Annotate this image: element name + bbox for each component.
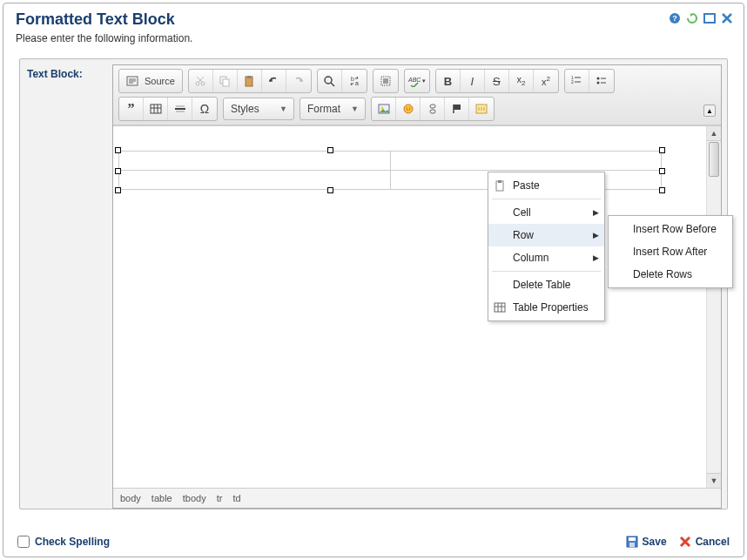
replace-button[interactable]: ba bbox=[342, 70, 367, 92]
bullet-list-button[interactable] bbox=[589, 70, 614, 92]
svg-rect-28 bbox=[629, 537, 636, 541]
toolbar-group-clipboard bbox=[188, 69, 312, 93]
spellcheck-button[interactable]: ABC▾ bbox=[405, 70, 429, 92]
paste-button[interactable] bbox=[238, 70, 262, 92]
toolbar-group-selall bbox=[373, 69, 399, 93]
image-button[interactable] bbox=[372, 98, 396, 120]
hr-button[interactable] bbox=[168, 98, 192, 120]
context-menu-paste[interactable]: Paste bbox=[488, 174, 604, 197]
toolbar-group-find: ba bbox=[317, 69, 367, 93]
redo-button[interactable] bbox=[286, 70, 311, 92]
svg-rect-19 bbox=[151, 105, 161, 113]
selection-handle[interactable] bbox=[659, 147, 665, 153]
selection-handle[interactable] bbox=[659, 168, 665, 174]
scrollbar[interactable]: ▲ ▼ bbox=[706, 126, 721, 488]
submenu-insert-row-before[interactable]: Insert Row Before bbox=[609, 218, 732, 240]
context-submenu-row: Insert Row Before Insert Row After Delet… bbox=[608, 215, 733, 288]
svg-rect-32 bbox=[495, 303, 505, 312]
superscript-button[interactable]: x2 bbox=[534, 70, 558, 92]
numbered-list-button[interactable]: 12 bbox=[565, 70, 589, 92]
dialog-header: Formatted Text Block Please enter the fo… bbox=[3, 3, 744, 50]
link-button[interactable] bbox=[396, 98, 421, 120]
copy-button[interactable] bbox=[213, 70, 238, 92]
paste-icon bbox=[493, 179, 507, 192]
menu-separator bbox=[492, 271, 601, 272]
close-icon[interactable] bbox=[721, 12, 733, 24]
toolbar-group-list: 12 bbox=[564, 69, 615, 93]
anchor-button[interactable] bbox=[445, 98, 469, 120]
scroll-up-icon[interactable]: ▲ bbox=[707, 126, 721, 141]
bold-button[interactable]: B bbox=[436, 70, 461, 92]
svg-rect-2 bbox=[704, 14, 715, 23]
subscript-button[interactable]: x2 bbox=[509, 70, 534, 92]
toolbar-group-format: B I S x2 x2 bbox=[435, 69, 559, 93]
find-button[interactable] bbox=[318, 70, 342, 92]
toolbar-group-objects bbox=[371, 97, 495, 121]
selection-handle[interactable] bbox=[659, 187, 665, 193]
dialog-footer: Check Spelling Save Cancel bbox=[3, 527, 744, 557]
svg-rect-31 bbox=[498, 180, 501, 183]
elements-path-table[interactable]: table bbox=[151, 493, 172, 503]
help-icon[interactable]: ? bbox=[669, 12, 681, 24]
scroll-down-icon[interactable]: ▼ bbox=[707, 473, 721, 488]
context-menu-delete-table[interactable]: Delete Table bbox=[488, 273, 604, 296]
context-menu-cell[interactable]: Cell ▶ bbox=[488, 201, 604, 224]
table-cell[interactable] bbox=[390, 152, 662, 171]
select-all-button[interactable] bbox=[374, 70, 398, 92]
check-spelling-input[interactable] bbox=[17, 536, 30, 548]
cut-button[interactable] bbox=[189, 70, 213, 92]
cancel-button[interactable]: Cancel bbox=[679, 536, 730, 548]
submenu-delete-rows[interactable]: Delete Rows bbox=[609, 263, 732, 286]
selection-handle[interactable] bbox=[115, 168, 121, 174]
table-cell[interactable] bbox=[119, 152, 391, 171]
check-spelling-checkbox[interactable]: Check Spelling bbox=[17, 536, 110, 548]
submenu-delete-rows-label: Delete Rows bbox=[633, 268, 692, 280]
toolbar-group-spell: ABC▾ bbox=[404, 69, 430, 93]
context-menu-cell-label: Cell bbox=[513, 206, 531, 219]
toolbar-group-insert: ” Ω bbox=[118, 97, 218, 121]
context-menu-table-properties[interactable]: Table Properties bbox=[488, 296, 604, 319]
embed-button[interactable] bbox=[469, 98, 494, 120]
selection-handle[interactable] bbox=[327, 147, 333, 153]
submenu-insert-row-after[interactable]: Insert Row After bbox=[609, 240, 732, 263]
save-button[interactable]: Save bbox=[626, 536, 667, 548]
refresh-icon[interactable] bbox=[686, 12, 698, 24]
editor-toolbar: Source bbox=[113, 65, 721, 125]
footer-actions: Save Cancel bbox=[626, 536, 730, 548]
selection-handle[interactable] bbox=[115, 147, 121, 153]
maximize-icon[interactable] bbox=[703, 12, 716, 24]
unlink-button[interactable] bbox=[421, 98, 445, 120]
source-button[interactable]: Source bbox=[119, 70, 182, 92]
svg-text:ABC: ABC bbox=[407, 77, 421, 83]
svg-point-5 bbox=[201, 82, 205, 85]
svg-text:a: a bbox=[355, 80, 359, 86]
svg-text:?: ? bbox=[672, 14, 677, 23]
special-char-button[interactable]: Ω bbox=[192, 98, 217, 120]
strike-button[interactable]: S bbox=[485, 70, 509, 92]
editor-content-area[interactable]: ▲ ▼ bbox=[113, 125, 721, 489]
elements-path-body[interactable]: body bbox=[120, 493, 141, 503]
collapse-toolbar-button[interactable]: ▲ bbox=[703, 105, 716, 117]
cancel-icon bbox=[679, 536, 691, 548]
elements-path-tbody[interactable]: tbody bbox=[183, 493, 206, 503]
scroll-thumb[interactable] bbox=[709, 142, 719, 177]
styles-combo[interactable]: Styles ▼ bbox=[223, 98, 294, 120]
format-combo[interactable]: Format ▼ bbox=[299, 98, 366, 120]
table-button[interactable] bbox=[144, 98, 168, 120]
context-menu: Paste Cell ▶ Row ▶ Column ▶ Delete Table… bbox=[488, 172, 605, 321]
context-menu-row[interactable]: Row ▶ bbox=[488, 224, 604, 246]
svg-point-10 bbox=[325, 77, 332, 84]
undo-button[interactable] bbox=[262, 70, 286, 92]
check-spelling-label: Check Spelling bbox=[35, 536, 110, 548]
toolbar-row-2: ” Ω Styles ▼ Format ▼ bbox=[118, 97, 716, 121]
elements-path-td[interactable]: td bbox=[232, 493, 240, 503]
table-cell[interactable] bbox=[119, 171, 391, 190]
blockquote-button[interactable]: ” bbox=[119, 98, 144, 120]
selection-handle[interactable] bbox=[327, 187, 333, 193]
context-menu-column[interactable]: Column ▶ bbox=[488, 246, 604, 269]
selection-handle[interactable] bbox=[115, 187, 121, 193]
italic-button[interactable]: I bbox=[461, 70, 485, 92]
cancel-label: Cancel bbox=[696, 536, 730, 548]
elements-path-tr[interactable]: tr bbox=[217, 493, 223, 503]
submenu-arrow-icon: ▶ bbox=[593, 253, 599, 262]
